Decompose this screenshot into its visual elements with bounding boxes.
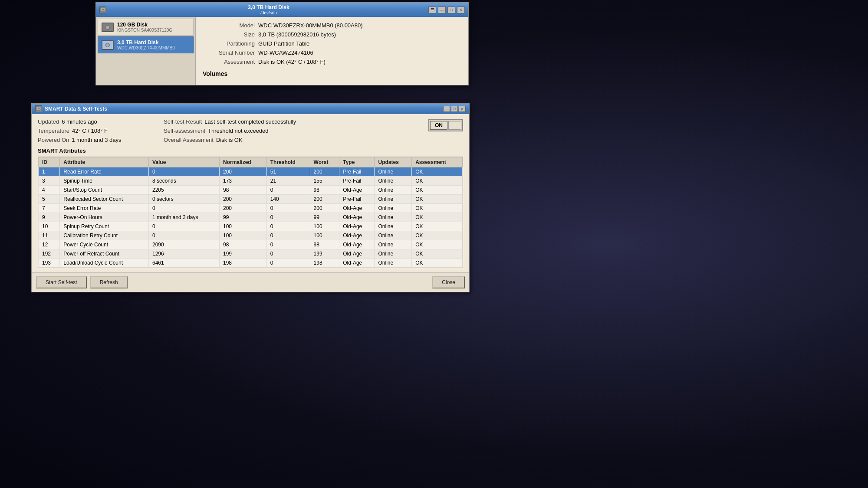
svg-point-5 <box>38 108 39 109</box>
disk-manager-title-group: 3,0 TB Hard Disk /dev/sdb <box>109 4 428 15</box>
smart-titlebar: SMART Data & Self-Tests — □ × <box>32 104 469 114</box>
close-button[interactable]: Close <box>432 276 465 288</box>
smart-maximize-btn[interactable]: □ <box>451 106 458 112</box>
cell-attribute: Spinup Retry Count <box>60 222 149 231</box>
table-row[interactable]: 12Power Cycle Count209098098Old-AgeOnlin… <box>39 240 463 249</box>
powered-on-value: 1 month and 3 days <box>72 137 121 143</box>
cell-type: Old-Age <box>339 186 375 195</box>
cell-id: 12 <box>39 240 60 249</box>
cell-assessment: OK <box>412 231 463 240</box>
self-test-result-label: Self-test Result <box>164 118 202 125</box>
cell-worst: 98 <box>310 240 339 249</box>
smart-table: ID Attribute Value Normalized Threshold … <box>38 157 463 268</box>
cell-assessment: OK <box>412 177 463 186</box>
disk-item-text-1: 3,0 TB Hard Disk WDC.WD30EZRX-00MMMB0 <box>117 39 175 50</box>
cell-value: 6461 <box>149 259 220 268</box>
updated-value: 6 minutes ago <box>62 118 97 125</box>
start-selftest-button[interactable]: Start Self-test <box>36 276 87 288</box>
cell-normalized: 98 <box>219 186 266 195</box>
table-row[interactable]: 192Power-off Retract Count12961990199Old… <box>39 249 463 259</box>
on-toggle-btn[interactable]: ON <box>430 121 447 130</box>
cell-type: Pre-Fail <box>339 195 375 204</box>
smart-toggle[interactable]: ON <box>428 119 463 131</box>
disk-item-model-0: KINGSTON SA400S37120G <box>117 28 172 33</box>
smart-body: Updated 6 minutes ago Temperature 42° C … <box>32 114 469 272</box>
cell-id: 11 <box>39 231 60 240</box>
cell-id: 9 <box>39 213 60 222</box>
smart-table-container[interactable]: ID Attribute Value Normalized Threshold … <box>38 157 463 268</box>
cell-attribute: Seek Error Rate <box>60 204 149 213</box>
cell-normalized: 200 <box>219 204 266 213</box>
table-row[interactable]: 4Start/Stop Count220598098Old-AgeOnlineO… <box>39 186 463 195</box>
cell-id: 3 <box>39 177 60 186</box>
serial-value: WD-WCAWZ2474106 <box>258 49 313 56</box>
table-row[interactable]: 3Spinup Time8 seconds17321155Pre-FailOnl… <box>39 177 463 186</box>
cell-type: Old-Age <box>339 213 375 222</box>
cell-normalized: 200 <box>219 195 266 204</box>
table-row[interactable]: 193Load/Unload Cycle Count64611980198Old… <box>39 259 463 268</box>
cell-threshold: 0 <box>266 204 310 213</box>
cell-id: 7 <box>39 204 60 213</box>
detail-model: Model WDC WD30EZRX-00MMMB0 (80.00A80) <box>203 22 461 29</box>
disk-manager-title: 3,0 TB Hard Disk <box>248 4 289 10</box>
disk-icon-0 <box>102 23 114 32</box>
cell-type: Old-Age <box>339 231 375 240</box>
self-assessment-label: Self-assessment <box>164 128 205 134</box>
cell-attribute: Spinup Time <box>60 177 149 186</box>
overall-value: Disk is OK <box>216 137 243 143</box>
cell-updates: Online <box>375 222 412 231</box>
cell-threshold: 140 <box>266 195 310 204</box>
col-assessment: Assessment <box>412 157 463 167</box>
table-row[interactable]: 7Seek Error Rate02000200Old-AgeOnlineOK <box>39 204 463 213</box>
cell-assessment: OK <box>412 222 463 231</box>
smart-close-title-btn[interactable]: × <box>459 106 466 112</box>
disk-manager-close-btn[interactable]: × <box>457 7 465 13</box>
table-row[interactable]: 10Spinup Retry Count01000100Old-AgeOnlin… <box>39 222 463 231</box>
disk-item-0[interactable]: 120 GB Disk KINGSTON SA400S37120G <box>98 19 194 36</box>
col-worst: Worst <box>310 157 339 167</box>
cell-normalized: 98 <box>219 240 266 249</box>
refresh-button[interactable]: Refresh <box>90 276 128 288</box>
cell-updates: Online <box>375 259 412 268</box>
cell-value: 2090 <box>149 240 220 249</box>
cell-id: 5 <box>39 195 60 204</box>
smart-minimize-btn[interactable]: — <box>443 106 450 112</box>
smart-footer: Start Self-test Refresh Close <box>32 272 469 292</box>
cell-threshold: 0 <box>266 222 310 231</box>
cell-type: Pre-Fail <box>339 177 375 186</box>
disk-manager-minimize-btn[interactable]: — <box>438 7 446 13</box>
model-value: WDC WD30EZRX-00MMMB0 (80.00A80) <box>258 22 363 29</box>
disk-manager-controls: ☰ — □ × <box>428 7 465 13</box>
cell-threshold: 0 <box>266 213 310 222</box>
cell-updates: Online <box>375 204 412 213</box>
table-row[interactable]: 1Read Error Rate020051200Pre-FailOnlineO… <box>39 167 463 177</box>
cell-normalized: 200 <box>219 167 266 177</box>
col-type: Type <box>339 157 375 167</box>
cell-normalized: 99 <box>219 213 266 222</box>
table-row[interactable]: 11Calibration Retry Count01000100Old-Age… <box>39 231 463 240</box>
table-row[interactable]: 5Reallocated Sector Count0 sectors200140… <box>39 195 463 204</box>
disk-item-1[interactable]: 3,0 TB Hard Disk WDC.WD30EZRX-00MMMB0 <box>98 36 194 53</box>
cell-assessment: OK <box>412 240 463 249</box>
volumes-heading: Volumes <box>203 70 227 77</box>
detail-serial: Serial Number WD-WCAWZ2474106 <box>203 49 461 56</box>
cell-attribute: Calibration Retry Count <box>60 231 149 240</box>
svg-point-2 <box>102 9 103 10</box>
cell-normalized: 199 <box>219 249 266 259</box>
self-assessment-row: Self-assessment Threshold not exceeded <box>164 128 424 134</box>
cell-type: Pre-Fail <box>339 167 375 177</box>
cell-updates: Online <box>375 213 412 222</box>
self-test-result-value: Last self-test completed successfully <box>204 118 296 125</box>
disk-manager-maximize-btn[interactable]: □ <box>447 7 455 13</box>
cell-type: Old-Age <box>339 222 375 231</box>
cell-threshold: 0 <box>266 240 310 249</box>
updated-row: Updated 6 minutes ago <box>38 118 159 125</box>
disk-manager-menu-btn[interactable]: ☰ <box>428 7 436 13</box>
size-value: 3,0 TB (3000592982016 bytes) <box>258 31 336 38</box>
col-threshold: Threshold <box>266 157 310 167</box>
smart-window-icon <box>35 105 42 112</box>
table-row[interactable]: 9Power-On Hours1 month and 3 days99099Ol… <box>39 213 463 222</box>
smart-window-controls: — □ × <box>443 106 466 112</box>
disk-item-name-1: 3,0 TB Hard Disk <box>117 39 175 46</box>
partitioning-value: GUID Partition Table <box>258 40 309 47</box>
